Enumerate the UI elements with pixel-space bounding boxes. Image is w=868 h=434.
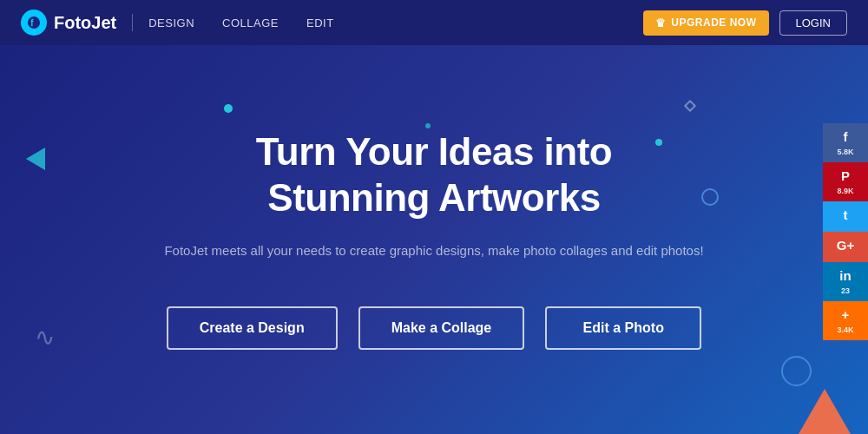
hero-content: Turn Your Ideas into Stunning Artworks F… [147,129,720,350]
hero-subtitle: FotoJet meets all your needs to create g… [164,240,703,261]
linkedin-icon: in [839,268,851,283]
deco-circle-outline-br [781,356,812,386]
social-facebook[interactable]: f 5.8K [823,123,868,162]
logo-text: FotoJet [54,13,116,33]
logo-icon: f [21,10,47,36]
social-pinterest[interactable]: P 8.9K [823,162,868,201]
deco-triangle-left [26,148,45,170]
social-sidebar: f 5.8K P 8.9K t G+ in 23 + 3.4K [823,123,868,340]
navbar: f FotoJet DESIGN COLLAGE EDIT ♛ UPGRADE … [0,0,868,45]
deco-circle-teal [224,104,233,113]
nav-link-design[interactable]: DESIGN [148,16,194,30]
upgrade-label: UPGRADE NOW [671,16,756,29]
nav-divider [132,14,133,31]
nav-link-collage[interactable]: COLLAGE [222,16,279,30]
hero-title: Turn Your Ideas into Stunning Artworks [164,129,703,221]
logo[interactable]: f FotoJet [21,10,116,36]
login-button[interactable]: LOGIN [779,10,847,36]
social-twitter[interactable]: t [823,201,868,232]
pinterest-icon: P [841,168,850,183]
crown-icon: ♛ [655,16,667,30]
deco-squiggle: ∿ [35,323,55,352]
linkedin-count: 23 [841,286,850,295]
deco-triangle-orange [799,389,851,434]
create-design-button[interactable]: Create a Design [167,306,338,350]
pinterest-count: 8.9K [837,187,853,195]
add-count: 3.4K [837,326,853,334]
make-collage-button[interactable]: Make a Collage [358,306,525,350]
hero-buttons: Create a Design Make a Collage Edit a Ph… [164,306,703,350]
deco-dot1 [425,123,431,128]
edit-photo-button[interactable]: Edit a Photo [545,306,701,350]
nav-right: ♛ UPGRADE NOW LOGIN [643,10,847,36]
google-plus-icon: G+ [837,238,854,253]
add-icon: + [842,307,850,322]
nav-links: DESIGN COLLAGE EDIT [148,16,333,30]
svg-text:f: f [30,17,34,28]
facebook-icon: f [844,129,848,144]
social-linkedin[interactable]: in 23 [823,262,868,301]
upgrade-button[interactable]: ♛ UPGRADE NOW [643,10,769,36]
social-google-plus[interactable]: G+ [823,232,868,262]
twitter-icon: t [844,207,848,222]
hero-section: ∿ Turn Your Ideas into Stunning Artworks… [0,45,868,434]
social-add[interactable]: + 3.4K [823,301,868,340]
deco-diamond [684,100,696,112]
hero-title-line2: Stunning Artworks [267,176,600,219]
hero-title-line1: Turn Your Ideas into [256,130,612,173]
nav-link-edit[interactable]: EDIT [306,16,334,30]
facebook-count: 5.8K [837,148,853,156]
